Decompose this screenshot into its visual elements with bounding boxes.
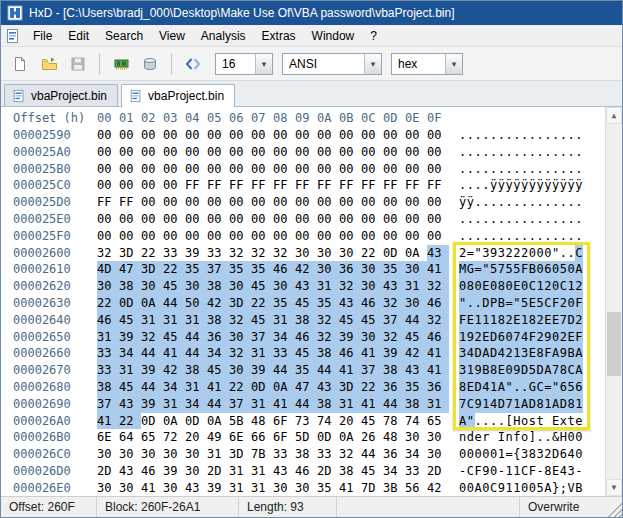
- byte-cell[interactable]: 47: [295, 379, 317, 396]
- byte-cell[interactable]: 41: [207, 379, 229, 396]
- menu-item-view[interactable]: View: [151, 26, 193, 46]
- byte-cell[interactable]: 2D: [97, 463, 119, 480]
- byte-cell[interactable]: 00: [273, 161, 295, 178]
- byte-cell[interactable]: 41: [427, 362, 449, 379]
- byte-cell[interactable]: 36: [207, 329, 229, 346]
- byte-cell[interactable]: 35: [295, 362, 317, 379]
- byte-cell[interactable]: 44: [185, 345, 207, 362]
- menu-item-window[interactable]: Window: [304, 26, 363, 46]
- byte-cell[interactable]: 00: [405, 194, 427, 211]
- byte-cell[interactable]: 00: [141, 194, 163, 211]
- byte-cell[interactable]: 42: [405, 345, 427, 362]
- byte-cell[interactable]: 33: [97, 362, 119, 379]
- byte-cell[interactable]: 30: [97, 278, 119, 295]
- byte-cell[interactable]: 00: [339, 161, 361, 178]
- byte-cell[interactable]: FF: [339, 177, 361, 194]
- decoded-text[interactable]: 00A0C911005A};VB: [459, 480, 583, 496]
- byte-cell[interactable]: 31: [185, 312, 207, 329]
- byte-cell[interactable]: FF: [295, 177, 317, 194]
- byte-cell[interactable]: 00: [97, 228, 119, 245]
- byte-cell[interactable]: FF: [119, 194, 141, 211]
- byte-cell[interactable]: 31: [317, 278, 339, 295]
- byte-cell[interactable]: 00: [339, 127, 361, 144]
- byte-cell[interactable]: 45: [361, 413, 383, 430]
- byte-cell[interactable]: 00: [251, 228, 273, 245]
- byte-cell[interactable]: 44: [361, 446, 383, 463]
- byte-cell[interactable]: 0A: [163, 413, 185, 430]
- byte-cell[interactable]: 00: [251, 127, 273, 144]
- decoded-text[interactable]: "..DPB="5E5CF20F: [459, 295, 583, 312]
- byte-cell[interactable]: 00: [141, 211, 163, 228]
- byte-cell[interactable]: FF: [273, 177, 295, 194]
- byte-cell[interactable]: 31: [141, 312, 163, 329]
- byte-cell[interactable]: 38: [405, 396, 427, 413]
- byte-cell[interactable]: 44: [405, 312, 427, 329]
- byte-cell[interactable]: 00: [405, 228, 427, 245]
- byte-cell[interactable]: 31: [207, 446, 229, 463]
- byte-cell[interactable]: 35: [229, 261, 251, 278]
- byte-cell[interactable]: 00: [273, 228, 295, 245]
- byte-cell[interactable]: 00: [141, 144, 163, 161]
- byte-cell[interactable]: 33: [273, 446, 295, 463]
- byte-cell[interactable]: 32: [317, 329, 339, 346]
- byte-cell[interactable]: 30: [361, 278, 383, 295]
- byte-cell[interactable]: 00: [317, 127, 339, 144]
- byte-cell[interactable]: 00: [229, 211, 251, 228]
- byte-cell[interactable]: 00: [427, 194, 449, 211]
- byte-cell[interactable]: 0D: [119, 295, 141, 312]
- byte-cell[interactable]: 46: [295, 463, 317, 480]
- byte-cell[interactable]: 38: [97, 379, 119, 396]
- byte-cell[interactable]: 46: [141, 463, 163, 480]
- byte-cell[interactable]: 00: [361, 211, 383, 228]
- byte-cell[interactable]: FF: [317, 177, 339, 194]
- byte-cell[interactable]: 30: [119, 480, 141, 496]
- byte-cell[interactable]: 35: [251, 261, 273, 278]
- byte-cell[interactable]: 30: [339, 245, 361, 262]
- byte-cell[interactable]: 00: [295, 161, 317, 178]
- byte-cell[interactable]: 00: [229, 127, 251, 144]
- menu-item-file[interactable]: File: [25, 26, 60, 46]
- byte-cell[interactable]: 41: [361, 345, 383, 362]
- byte-cell[interactable]: 74: [405, 413, 427, 430]
- byte-cell[interactable]: 31: [251, 396, 273, 413]
- byte-cell[interactable]: 44: [163, 295, 185, 312]
- decoded-text[interactable]: -CF90-11CF-8E43-: [459, 463, 583, 480]
- byte-cell[interactable]: 00: [251, 211, 273, 228]
- encoding-select[interactable]: ANSI ▾: [282, 53, 382, 75]
- byte-cell[interactable]: 00: [163, 177, 185, 194]
- byte-cell[interactable]: 43: [273, 463, 295, 480]
- byte-cell[interactable]: 3B: [383, 480, 405, 496]
- byte-cell[interactable]: 37: [97, 396, 119, 413]
- byte-cell[interactable]: 26: [361, 429, 383, 446]
- byte-cell[interactable]: 44: [295, 396, 317, 413]
- byte-cell[interactable]: 30: [163, 480, 185, 496]
- byte-cell[interactable]: 30: [97, 480, 119, 496]
- byte-cell[interactable]: 31: [229, 463, 251, 480]
- byte-cell[interactable]: 41: [361, 396, 383, 413]
- byte-cell[interactable]: 41: [273, 396, 295, 413]
- byte-cell[interactable]: 00: [427, 211, 449, 228]
- byte-cell[interactable]: 7D: [361, 480, 383, 496]
- byte-cell[interactable]: 20: [339, 413, 361, 430]
- byte-cell[interactable]: 33: [207, 245, 229, 262]
- byte-cell[interactable]: 0D: [317, 429, 339, 446]
- byte-cell[interactable]: 00: [317, 211, 339, 228]
- byte-cell[interactable]: 5D: [295, 429, 317, 446]
- byte-cell[interactable]: 00: [295, 228, 317, 245]
- chevron-down-icon[interactable]: ▾: [445, 54, 462, 74]
- byte-cell[interactable]: 0A: [339, 429, 361, 446]
- byte-cell[interactable]: 00: [405, 127, 427, 144]
- byte-cell[interactable]: 00: [317, 228, 339, 245]
- byte-cell[interactable]: 31: [119, 362, 141, 379]
- byte-cell[interactable]: FF: [97, 194, 119, 211]
- decoded-text[interactable]: ....ÿÿÿÿÿÿÿÿÿÿÿÿ: [459, 177, 583, 194]
- byte-cell[interactable]: 00: [273, 144, 295, 161]
- byte-cell[interactable]: 72: [163, 429, 185, 446]
- byte-cell[interactable]: 0D: [141, 413, 163, 430]
- byte-cell[interactable]: 00: [405, 161, 427, 178]
- menu-item-extras[interactable]: Extras: [254, 26, 304, 46]
- byte-cell[interactable]: 78: [383, 413, 405, 430]
- byte-cell[interactable]: 31: [339, 396, 361, 413]
- byte-cell[interactable]: 42: [295, 261, 317, 278]
- byte-cell[interactable]: 00: [361, 127, 383, 144]
